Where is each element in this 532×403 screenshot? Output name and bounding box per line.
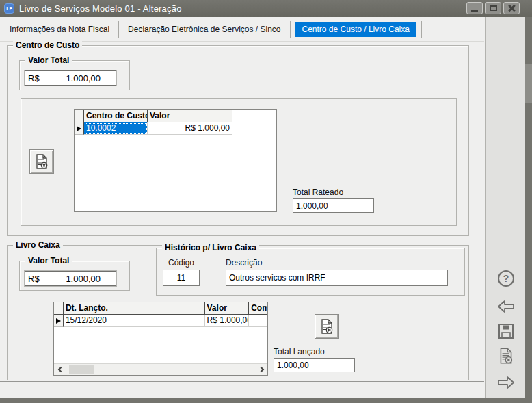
svg-text:?: ? — [503, 273, 509, 284]
centro-de-custo-grid[interactable]: Centro de Custo Valor 10.0002 R$ 1.000,0… — [74, 109, 277, 212]
maximize-button[interactable] — [485, 2, 501, 14]
cell-valor[interactable]: R$ 1.000,00 — [148, 122, 232, 135]
current-row-indicator-icon — [77, 126, 81, 131]
tab-separator — [290, 21, 291, 38]
next-record-button[interactable] — [496, 372, 516, 393]
scroll-right-icon — [258, 367, 263, 372]
group-valor-total-livro-label: Valor Total — [25, 256, 72, 265]
codigo-input[interactable] — [163, 270, 200, 286]
tab-separator — [118, 21, 119, 38]
delete-record-button[interactable] — [496, 346, 516, 366]
delete-lancamento-record-button[interactable] — [315, 314, 339, 339]
current-row-indicator-cell — [54, 315, 64, 327]
total-rateado-label: Total Rateado — [293, 187, 343, 197]
forward-arrow-icon — [496, 373, 516, 392]
titlebar: LF Livro de Serviços Modelo 01 - Alteraç… — [0, 0, 532, 17]
descricao-label: Descrição — [226, 258, 262, 268]
application-window: LF Livro de Serviços Modelo 01 - Alteraç… — [0, 0, 532, 403]
back-arrow-icon — [496, 297, 516, 316]
total-lancado-label: Total Lançado — [274, 347, 325, 356]
minimize-icon — [471, 10, 478, 12]
valor-total-centro-input[interactable]: R$ 1.000,00 — [25, 70, 116, 86]
cell-complemento[interactable] — [249, 315, 267, 327]
tab-informacoes-nota-fiscal[interactable]: Informações da Nota Fiscal — [5, 22, 114, 37]
tab-bar: Informações da Nota Fiscal Declaração El… — [0, 17, 485, 41]
close-button[interactable] — [503, 2, 520, 14]
currency-amount: 1.000,00 — [66, 274, 101, 284]
total-rateado-input[interactable] — [293, 198, 374, 213]
save-button[interactable] — [496, 321, 516, 341]
livro-caixa-grid[interactable]: Dt. Lançto. Valor Com 15/12/2020 R$ 1.00… — [53, 302, 268, 376]
horizontal-scrollbar[interactable] — [54, 363, 267, 375]
currency-prefix: R$ — [28, 274, 40, 284]
window-bottom-edge[interactable] — [0, 398, 532, 403]
total-lancado-input[interactable] — [274, 358, 355, 372]
row-indicator-header — [54, 302, 64, 315]
previous-record-button[interactable] — [496, 296, 516, 317]
delete-document-icon — [497, 347, 515, 365]
table-row[interactable]: 10.0002 R$ 1.000,00 — [75, 122, 276, 135]
cell-centro-de-custo[interactable]: 10.0002 — [84, 122, 148, 135]
grid-header-row: Centro de Custo Valor — [75, 110, 276, 122]
column-header-valor[interactable]: Valor — [205, 302, 250, 315]
current-row-indicator-cell — [75, 122, 84, 135]
currency-amount: 1.000,00 — [66, 73, 101, 83]
delete-document-icon — [319, 318, 335, 335]
column-header-centro-de-custo[interactable]: Centro de Custo — [84, 110, 148, 122]
descricao-input[interactable] — [226, 270, 448, 286]
window-right-edge[interactable] — [525, 17, 532, 403]
tab-separator — [421, 21, 422, 38]
scroll-left-icon — [57, 367, 63, 372]
group-valor-total-centro-label: Valor Total — [25, 55, 72, 65]
codigo-label: Código — [168, 258, 194, 268]
column-header-valor[interactable]: Valor — [148, 110, 232, 122]
cell-dt-lancto[interactable]: 15/12/2020 — [64, 315, 205, 327]
scroll-left-button[interactable] — [54, 364, 65, 376]
scrollbar-thumb[interactable] — [69, 365, 94, 374]
tab-declaracao-eletronica[interactable]: Declaração Eletrônica de Serviços / Sinc… — [124, 22, 284, 37]
vertical-scrollbar-thumb[interactable] — [525, 64, 532, 103]
maximize-icon — [490, 5, 497, 11]
save-icon — [496, 322, 516, 341]
row-indicator-header — [75, 110, 84, 122]
minimize-button[interactable] — [466, 2, 483, 14]
app-icon: LF — [4, 3, 14, 14]
scroll-right-button[interactable] — [256, 364, 267, 376]
group-centro-de-custo-label: Centro de Custo — [13, 40, 82, 50]
delete-document-icon — [34, 153, 50, 170]
table-row[interactable]: 15/12/2020 R$ 1.000,00 — [54, 315, 267, 327]
current-row-indicator-icon — [56, 318, 61, 324]
grid-header-row: Dt. Lançto. Valor Com — [54, 302, 267, 315]
currency-prefix: R$ — [28, 73, 40, 83]
delete-centro-record-button[interactable] — [29, 149, 54, 174]
help-icon: ? — [496, 269, 516, 288]
tab-centro-de-custo-livro-caixa[interactable]: Centro de Custo / Livro Caixa — [295, 22, 416, 37]
help-button[interactable]: ? — [496, 268, 516, 289]
action-sidebar: ? — [485, 17, 525, 398]
group-livro-caixa-label: Livro Caixa — [13, 240, 63, 250]
group-historico-label: Histórico p/ Livro Caixa — [162, 243, 259, 252]
column-header-complemento[interactable]: Com — [249, 302, 267, 315]
close-icon — [507, 4, 516, 12]
valor-total-livro-input[interactable]: R$ 1.000,00 — [25, 271, 116, 286]
column-header-dt-lancto[interactable]: Dt. Lançto. — [64, 302, 205, 315]
window-title: Livro de Serviços Modelo 01 - Alteração — [19, 3, 182, 14]
cell-valor[interactable]: R$ 1.000,00 — [205, 315, 250, 327]
